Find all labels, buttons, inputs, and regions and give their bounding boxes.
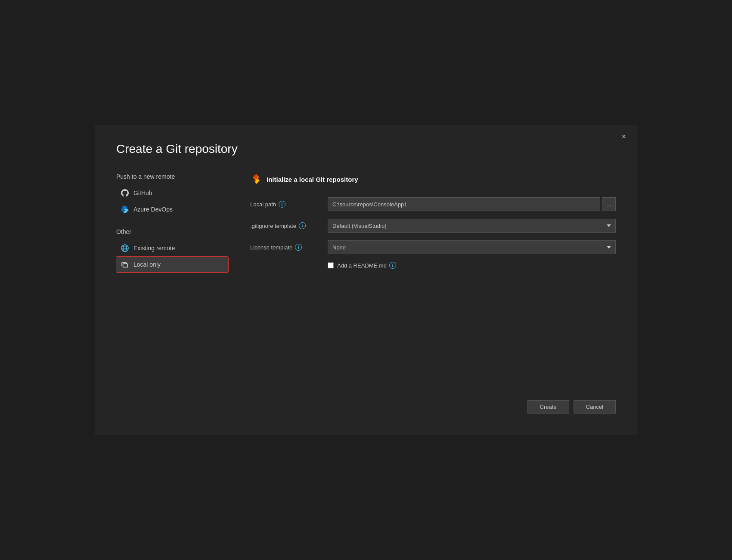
local-path-info-icon[interactable]: i <box>279 201 285 208</box>
azure-devops-icon <box>121 205 129 214</box>
license-label: License template i <box>250 244 328 251</box>
panel-title: Initialize a local Git repository <box>267 176 358 183</box>
gitignore-info-icon[interactable]: i <box>299 222 306 229</box>
sidebar-item-azure-devops[interactable]: Azure DevOps <box>116 202 228 217</box>
readme-label: Add a README.md i <box>337 262 396 269</box>
local-path-row: Local path i ... <box>250 197 616 211</box>
sidebar-item-local-only[interactable]: Local only <box>116 257 228 272</box>
local-only-label: Local only <box>133 261 161 268</box>
svg-rect-6 <box>123 264 128 267</box>
dialog-title: Create a Git repository <box>116 142 616 156</box>
readme-info-icon[interactable]: i <box>389 262 396 269</box>
create-git-repo-dialog: × Create a Git repository Push to a new … <box>95 125 637 435</box>
azure-devops-label: Azure DevOps <box>133 206 173 213</box>
gitignore-control: Default (VisualStudio) None VisualStudio… <box>328 219 616 233</box>
gitignore-select[interactable]: Default (VisualStudio) None VisualStudio… <box>328 219 616 233</box>
local-path-label: Local path i <box>250 201 328 208</box>
local-icon <box>121 260 129 269</box>
gitignore-label: .gitignore template i <box>250 222 328 229</box>
panel-header: Initialize a local Git repository <box>250 173 616 185</box>
github-label: GitHub <box>133 190 152 196</box>
sidebar-item-github[interactable]: GitHub <box>116 185 228 201</box>
globe-icon <box>121 244 129 252</box>
vs-git-icon <box>250 173 262 185</box>
local-path-input[interactable] <box>328 197 600 211</box>
license-info-icon[interactable]: i <box>295 244 302 251</box>
local-path-control: ... <box>328 197 616 211</box>
license-row: License template i None MIT Apache-2.0 G… <box>250 240 616 254</box>
close-button[interactable]: × <box>618 131 630 142</box>
sidebar: Push to a new remote GitHub <box>116 173 237 374</box>
dialog-body: Push to a new remote GitHub <box>116 173 616 374</box>
browse-button[interactable]: ... <box>602 197 616 211</box>
readme-checkbox[interactable] <box>328 262 334 268</box>
main-panel: Initialize a local Git repository Local … <box>237 173 616 374</box>
gitignore-row: .gitignore template i Default (VisualStu… <box>250 219 616 233</box>
push-section-title: Push to a new remote <box>116 173 228 180</box>
existing-remote-label: Existing remote <box>133 245 175 252</box>
other-section-title: Other <box>116 228 228 235</box>
sidebar-item-existing-remote[interactable]: Existing remote <box>116 240 228 256</box>
dialog-footer: Create Cancel <box>116 392 616 414</box>
github-icon <box>121 189 129 197</box>
create-button[interactable]: Create <box>527 400 569 414</box>
license-control: None MIT Apache-2.0 GPL-3.0 <box>328 240 616 254</box>
cancel-button[interactable]: Cancel <box>574 400 616 414</box>
license-select[interactable]: None MIT Apache-2.0 GPL-3.0 <box>328 240 616 254</box>
readme-row: Add a README.md i <box>328 262 616 269</box>
